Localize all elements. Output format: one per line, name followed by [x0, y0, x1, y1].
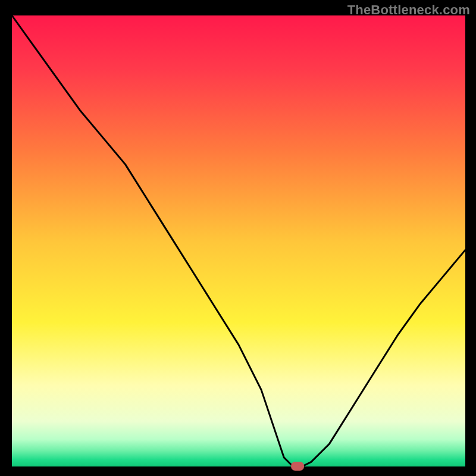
- chart-frame: TheBottleneck.com: [0, 0, 476, 476]
- optimal-marker: [291, 462, 304, 471]
- gradient-background: [12, 15, 465, 466]
- watermark-text: TheBottleneck.com: [347, 2, 470, 18]
- bottleneck-chart: [0, 0, 476, 476]
